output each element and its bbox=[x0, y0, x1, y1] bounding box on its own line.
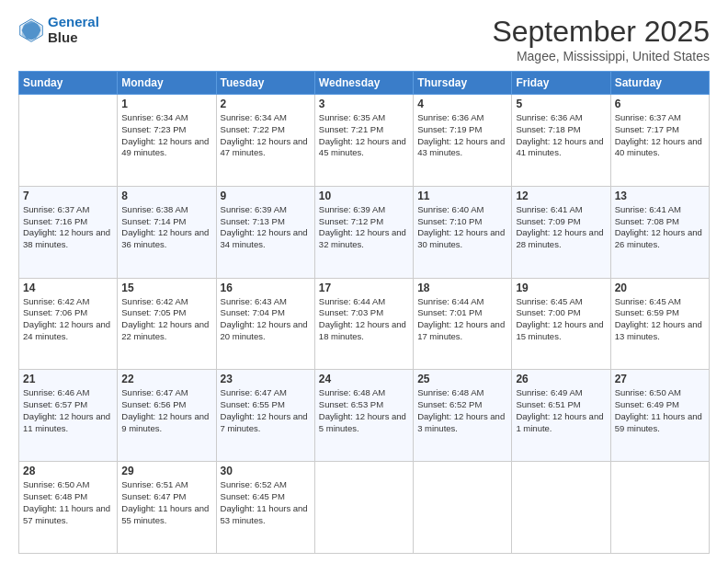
calendar-cell: 24Sunrise: 6:48 AMSunset: 6:53 PMDayligh… bbox=[314, 370, 413, 462]
calendar-cell: 14Sunrise: 6:42 AMSunset: 7:06 PMDayligh… bbox=[19, 278, 118, 370]
cell-text: Sunrise: 6:36 AMSunset: 7:18 PMDaylight:… bbox=[516, 112, 606, 159]
day-number: 11 bbox=[417, 190, 507, 202]
calendar-cell: 12Sunrise: 6:41 AMSunset: 7:09 PMDayligh… bbox=[512, 186, 610, 278]
calendar-week-row: 14Sunrise: 6:42 AMSunset: 7:06 PMDayligh… bbox=[19, 278, 710, 370]
day-number: 26 bbox=[516, 373, 606, 385]
day-number: 5 bbox=[516, 98, 606, 110]
cell-text: Sunrise: 6:40 AMSunset: 7:10 PMDaylight:… bbox=[417, 204, 507, 251]
calendar-cell: 19Sunrise: 6:45 AMSunset: 7:00 PMDayligh… bbox=[512, 278, 610, 370]
calendar-cell bbox=[610, 462, 709, 554]
day-number: 7 bbox=[23, 190, 113, 202]
day-number: 29 bbox=[121, 465, 211, 477]
logo-text: General Blue bbox=[48, 15, 99, 45]
day-number: 2 bbox=[221, 98, 311, 110]
weekday-row: SundayMondayTuesdayWednesdayThursdayFrid… bbox=[19, 72, 710, 95]
calendar-cell: 27Sunrise: 6:50 AMSunset: 6:49 PMDayligh… bbox=[610, 370, 709, 462]
cell-text: Sunrise: 6:37 AMSunset: 7:17 PMDaylight:… bbox=[615, 112, 705, 159]
logo: General Blue bbox=[18, 15, 99, 45]
calendar-week-row: 21Sunrise: 6:46 AMSunset: 6:57 PMDayligh… bbox=[19, 370, 710, 462]
cell-text: Sunrise: 6:41 AMSunset: 7:08 PMDaylight:… bbox=[615, 204, 705, 251]
calendar-cell bbox=[314, 462, 413, 554]
calendar-cell: 21Sunrise: 6:46 AMSunset: 6:57 PMDayligh… bbox=[19, 370, 118, 462]
day-number: 24 bbox=[319, 373, 409, 385]
logo-icon bbox=[18, 17, 44, 43]
calendar-cell: 7Sunrise: 6:37 AMSunset: 7:16 PMDaylight… bbox=[19, 186, 118, 278]
cell-text: Sunrise: 6:48 AMSunset: 6:52 PMDaylight:… bbox=[417, 387, 507, 434]
calendar-cell: 10Sunrise: 6:39 AMSunset: 7:12 PMDayligh… bbox=[314, 186, 413, 278]
calendar-cell: 11Sunrise: 6:40 AMSunset: 7:10 PMDayligh… bbox=[414, 186, 512, 278]
location-title: Magee, Mississippi, United States bbox=[492, 49, 710, 63]
day-number: 15 bbox=[121, 282, 211, 294]
day-number: 9 bbox=[221, 190, 311, 202]
cell-text: Sunrise: 6:52 AMSunset: 6:45 PMDaylight:… bbox=[221, 479, 311, 526]
cell-text: Sunrise: 6:47 AMSunset: 6:56 PMDaylight:… bbox=[121, 387, 211, 434]
cell-text: Sunrise: 6:44 AMSunset: 7:03 PMDaylight:… bbox=[319, 296, 409, 343]
calendar-cell: 15Sunrise: 6:42 AMSunset: 7:05 PMDayligh… bbox=[118, 278, 216, 370]
cell-text: Sunrise: 6:35 AMSunset: 7:21 PMDaylight:… bbox=[319, 112, 409, 159]
calendar-cell: 16Sunrise: 6:43 AMSunset: 7:04 PMDayligh… bbox=[216, 278, 314, 370]
calendar-header: SundayMondayTuesdayWednesdayThursdayFrid… bbox=[19, 72, 710, 95]
cell-text: Sunrise: 6:47 AMSunset: 6:55 PMDaylight:… bbox=[221, 387, 311, 434]
calendar-cell bbox=[512, 462, 610, 554]
logo-line2: Blue bbox=[48, 30, 99, 46]
calendar-cell: 17Sunrise: 6:44 AMSunset: 7:03 PMDayligh… bbox=[314, 278, 413, 370]
logo-line1: General bbox=[48, 14, 99, 29]
day-number: 14 bbox=[23, 282, 113, 294]
day-number: 8 bbox=[121, 190, 211, 202]
day-number: 13 bbox=[615, 190, 705, 202]
calendar-body: 1Sunrise: 6:34 AMSunset: 7:23 PMDaylight… bbox=[19, 95, 710, 554]
day-number: 21 bbox=[23, 373, 113, 385]
month-title: September 2025 bbox=[492, 15, 710, 49]
weekday-header: Monday bbox=[118, 72, 216, 95]
calendar-week-row: 1Sunrise: 6:34 AMSunset: 7:23 PMDaylight… bbox=[19, 95, 710, 187]
weekday-header: Tuesday bbox=[216, 72, 314, 95]
day-number: 18 bbox=[417, 282, 507, 294]
calendar-cell: 13Sunrise: 6:41 AMSunset: 7:08 PMDayligh… bbox=[610, 186, 709, 278]
day-number: 19 bbox=[516, 282, 606, 294]
cell-text: Sunrise: 6:37 AMSunset: 7:16 PMDaylight:… bbox=[23, 204, 113, 251]
cell-text: Sunrise: 6:39 AMSunset: 7:12 PMDaylight:… bbox=[319, 204, 409, 251]
day-number: 23 bbox=[221, 373, 311, 385]
calendar-cell bbox=[19, 95, 118, 187]
cell-text: Sunrise: 6:51 AMSunset: 6:47 PMDaylight:… bbox=[121, 479, 211, 526]
cell-text: Sunrise: 6:42 AMSunset: 7:06 PMDaylight:… bbox=[23, 296, 113, 343]
calendar-cell: 3Sunrise: 6:35 AMSunset: 7:21 PMDaylight… bbox=[314, 95, 413, 187]
weekday-header: Thursday bbox=[414, 72, 512, 95]
cell-text: Sunrise: 6:49 AMSunset: 6:51 PMDaylight:… bbox=[516, 387, 606, 434]
calendar-cell: 22Sunrise: 6:47 AMSunset: 6:56 PMDayligh… bbox=[118, 370, 216, 462]
cell-text: Sunrise: 6:43 AMSunset: 7:04 PMDaylight:… bbox=[221, 296, 311, 343]
day-number: 25 bbox=[417, 373, 507, 385]
cell-text: Sunrise: 6:36 AMSunset: 7:19 PMDaylight:… bbox=[417, 112, 507, 159]
calendar-cell: 1Sunrise: 6:34 AMSunset: 7:23 PMDaylight… bbox=[118, 95, 216, 187]
cell-text: Sunrise: 6:44 AMSunset: 7:01 PMDaylight:… bbox=[417, 296, 507, 343]
day-number: 17 bbox=[319, 282, 409, 294]
cell-text: Sunrise: 6:38 AMSunset: 7:14 PMDaylight:… bbox=[121, 204, 211, 251]
cell-text: Sunrise: 6:39 AMSunset: 7:13 PMDaylight:… bbox=[221, 204, 311, 251]
calendar-cell: 4Sunrise: 6:36 AMSunset: 7:19 PMDaylight… bbox=[414, 95, 512, 187]
calendar-cell: 5Sunrise: 6:36 AMSunset: 7:18 PMDaylight… bbox=[512, 95, 610, 187]
day-number: 3 bbox=[319, 98, 409, 110]
day-number: 6 bbox=[615, 98, 705, 110]
day-number: 4 bbox=[417, 98, 507, 110]
calendar-cell: 30Sunrise: 6:52 AMSunset: 6:45 PMDayligh… bbox=[216, 462, 314, 554]
day-number: 12 bbox=[516, 190, 606, 202]
calendar-cell: 18Sunrise: 6:44 AMSunset: 7:01 PMDayligh… bbox=[414, 278, 512, 370]
cell-text: Sunrise: 6:50 AMSunset: 6:48 PMDaylight:… bbox=[23, 479, 113, 526]
calendar-cell: 6Sunrise: 6:37 AMSunset: 7:17 PMDaylight… bbox=[610, 95, 709, 187]
day-number: 27 bbox=[615, 373, 705, 385]
weekday-header: Wednesday bbox=[314, 72, 413, 95]
day-number: 28 bbox=[23, 465, 113, 477]
cell-text: Sunrise: 6:42 AMSunset: 7:05 PMDaylight:… bbox=[121, 296, 211, 343]
header: General Blue September 2025 Magee, Missi… bbox=[18, 15, 710, 63]
calendar-week-row: 28Sunrise: 6:50 AMSunset: 6:48 PMDayligh… bbox=[19, 462, 710, 554]
cell-text: Sunrise: 6:45 AMSunset: 6:59 PMDaylight:… bbox=[615, 296, 705, 343]
calendar-cell: 23Sunrise: 6:47 AMSunset: 6:55 PMDayligh… bbox=[216, 370, 314, 462]
calendar-cell: 28Sunrise: 6:50 AMSunset: 6:48 PMDayligh… bbox=[19, 462, 118, 554]
calendar-cell: 2Sunrise: 6:34 AMSunset: 7:22 PMDaylight… bbox=[216, 95, 314, 187]
title-block: September 2025 Magee, Mississippi, Unite… bbox=[492, 15, 710, 63]
day-number: 1 bbox=[121, 98, 211, 110]
cell-text: Sunrise: 6:48 AMSunset: 6:53 PMDaylight:… bbox=[319, 387, 409, 434]
calendar-week-row: 7Sunrise: 6:37 AMSunset: 7:16 PMDaylight… bbox=[19, 186, 710, 278]
weekday-header: Friday bbox=[512, 72, 610, 95]
day-number: 16 bbox=[221, 282, 311, 294]
